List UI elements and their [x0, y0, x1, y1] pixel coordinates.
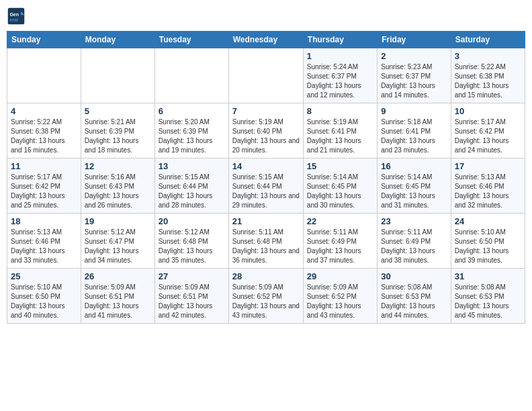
- day-cell: 13Sunrise: 5:15 AM Sunset: 6:44 PM Dayli…: [154, 158, 228, 214]
- day-info: Sunrise: 5:15 AM Sunset: 6:44 PM Dayligh…: [159, 173, 225, 210]
- day-number: 18: [11, 216, 77, 226]
- day-cell: 4Sunrise: 5:22 AM Sunset: 6:38 PM Daylig…: [7, 103, 81, 158]
- day-cell: 16Sunrise: 5:14 AM Sunset: 6:45 PM Dayli…: [378, 158, 451, 214]
- header-cell-saturday: Saturday: [451, 32, 525, 48]
- day-info: Sunrise: 5:19 AM Sunset: 6:41 PM Dayligh…: [307, 118, 373, 155]
- day-cell: [81, 48, 154, 103]
- day-info: Sunrise: 5:11 AM Sunset: 6:49 PM Dayligh…: [381, 228, 447, 265]
- day-info: Sunrise: 5:22 AM Sunset: 6:38 PM Dayligh…: [11, 118, 77, 155]
- day-info: Sunrise: 5:13 AM Sunset: 6:46 PM Dayligh…: [455, 173, 521, 210]
- day-info: Sunrise: 5:17 AM Sunset: 6:42 PM Dayligh…: [11, 173, 77, 210]
- day-number: 4: [11, 106, 77, 116]
- day-cell: 27Sunrise: 5:09 AM Sunset: 6:51 PM Dayli…: [154, 269, 228, 324]
- day-cell: 22Sunrise: 5:11 AM Sunset: 6:49 PM Dayli…: [303, 214, 377, 269]
- day-cell: 30Sunrise: 5:08 AM Sunset: 6:53 PM Dayli…: [378, 269, 451, 324]
- day-number: 26: [85, 271, 151, 281]
- day-number: 20: [159, 216, 225, 226]
- header-cell-wednesday: Wednesday: [228, 32, 303, 48]
- day-info: Sunrise: 5:20 AM Sunset: 6:39 PM Dayligh…: [159, 118, 225, 155]
- day-info: Sunrise: 5:09 AM Sunset: 6:52 PM Dayligh…: [232, 283, 300, 320]
- day-cell: 8Sunrise: 5:19 AM Sunset: 6:41 PM Daylig…: [303, 103, 377, 158]
- day-cell: [7, 48, 81, 103]
- day-info: Sunrise: 5:18 AM Sunset: 6:41 PM Dayligh…: [381, 118, 447, 155]
- day-number: 21: [232, 216, 300, 226]
- day-info: Sunrise: 5:17 AM Sunset: 6:42 PM Dayligh…: [455, 118, 521, 155]
- day-number: 31: [455, 271, 521, 281]
- day-info: Sunrise: 5:23 AM Sunset: 6:37 PM Dayligh…: [381, 62, 447, 100]
- day-cell: 6Sunrise: 5:20 AM Sunset: 6:39 PM Daylig…: [154, 103, 228, 158]
- day-number: 25: [11, 271, 77, 281]
- day-info: Sunrise: 5:22 AM Sunset: 6:38 PM Dayligh…: [455, 62, 521, 100]
- day-info: Sunrise: 5:09 AM Sunset: 6:51 PM Dayligh…: [85, 283, 151, 320]
- day-number: 2: [381, 51, 447, 61]
- day-cell: 2Sunrise: 5:23 AM Sunset: 6:37 PM Daylig…: [378, 48, 451, 103]
- day-number: 3: [455, 51, 521, 61]
- day-info: Sunrise: 5:16 AM Sunset: 6:43 PM Dayligh…: [85, 173, 151, 210]
- week-row-3: 11Sunrise: 5:17 AM Sunset: 6:42 PM Dayli…: [7, 158, 525, 214]
- day-cell: 31Sunrise: 5:08 AM Sunset: 6:53 PM Dayli…: [451, 269, 525, 324]
- calendar-table: SundayMondayTuesdayWednesdayThursdayFrid…: [7, 31, 525, 324]
- day-number: 17: [455, 161, 521, 171]
- day-number: 12: [85, 161, 151, 171]
- day-cell: 17Sunrise: 5:13 AM Sunset: 6:46 PM Dayli…: [451, 158, 525, 214]
- svg-text:eral: eral: [9, 17, 18, 22]
- day-number: 23: [381, 216, 447, 226]
- day-number: 27: [159, 271, 225, 281]
- day-cell: 24Sunrise: 5:10 AM Sunset: 6:50 PM Dayli…: [451, 214, 525, 269]
- calendar-body: 1Sunrise: 5:24 AM Sunset: 6:37 PM Daylig…: [7, 48, 525, 324]
- day-number: 10: [455, 106, 521, 116]
- header-cell-thursday: Thursday: [303, 32, 377, 48]
- day-cell: 1Sunrise: 5:24 AM Sunset: 6:37 PM Daylig…: [303, 48, 377, 103]
- day-info: Sunrise: 5:12 AM Sunset: 6:47 PM Dayligh…: [85, 228, 151, 265]
- day-cell: 19Sunrise: 5:12 AM Sunset: 6:47 PM Dayli…: [81, 214, 154, 269]
- day-cell: 21Sunrise: 5:11 AM Sunset: 6:48 PM Dayli…: [228, 214, 303, 269]
- day-info: Sunrise: 5:24 AM Sunset: 6:37 PM Dayligh…: [307, 62, 373, 100]
- day-cell: 3Sunrise: 5:22 AM Sunset: 6:38 PM Daylig…: [451, 48, 525, 103]
- day-info: Sunrise: 5:12 AM Sunset: 6:48 PM Dayligh…: [159, 228, 225, 265]
- day-info: Sunrise: 5:10 AM Sunset: 6:50 PM Dayligh…: [455, 228, 521, 265]
- day-number: 5: [85, 106, 151, 116]
- header-cell-sunday: Sunday: [7, 32, 81, 48]
- day-cell: 14Sunrise: 5:15 AM Sunset: 6:44 PM Dayli…: [228, 158, 303, 214]
- day-info: Sunrise: 5:10 AM Sunset: 6:50 PM Dayligh…: [11, 283, 77, 320]
- week-row-4: 18Sunrise: 5:13 AM Sunset: 6:46 PM Dayli…: [7, 214, 525, 269]
- header-cell-tuesday: Tuesday: [154, 32, 228, 48]
- logo-icon: Gen eral: [7, 7, 26, 26]
- week-row-5: 25Sunrise: 5:10 AM Sunset: 6:50 PM Dayli…: [7, 269, 525, 324]
- day-cell: 9Sunrise: 5:18 AM Sunset: 6:41 PM Daylig…: [378, 103, 451, 158]
- day-number: 8: [307, 106, 373, 116]
- week-row-1: 1Sunrise: 5:24 AM Sunset: 6:37 PM Daylig…: [7, 48, 525, 103]
- day-cell: 15Sunrise: 5:14 AM Sunset: 6:45 PM Dayli…: [303, 158, 377, 214]
- day-info: Sunrise: 5:08 AM Sunset: 6:53 PM Dayligh…: [381, 283, 447, 320]
- day-info: Sunrise: 5:09 AM Sunset: 6:51 PM Dayligh…: [159, 283, 225, 320]
- logo: Gen eral: [7, 7, 28, 26]
- day-cell: 20Sunrise: 5:12 AM Sunset: 6:48 PM Dayli…: [154, 214, 228, 269]
- day-number: 30: [381, 271, 447, 281]
- day-cell: 12Sunrise: 5:16 AM Sunset: 6:43 PM Dayli…: [81, 158, 154, 214]
- day-number: 19: [85, 216, 151, 226]
- day-cell: 10Sunrise: 5:17 AM Sunset: 6:42 PM Dayli…: [451, 103, 525, 158]
- day-cell: 7Sunrise: 5:19 AM Sunset: 6:40 PM Daylig…: [228, 103, 303, 158]
- day-cell: [154, 48, 228, 103]
- day-cell: 18Sunrise: 5:13 AM Sunset: 6:46 PM Dayli…: [7, 214, 81, 269]
- day-info: Sunrise: 5:14 AM Sunset: 6:45 PM Dayligh…: [381, 173, 447, 210]
- svg-text:Gen: Gen: [9, 12, 19, 17]
- day-number: 15: [307, 161, 373, 171]
- week-row-2: 4Sunrise: 5:22 AM Sunset: 6:38 PM Daylig…: [7, 103, 525, 158]
- day-number: 13: [159, 161, 225, 171]
- day-info: Sunrise: 5:21 AM Sunset: 6:39 PM Dayligh…: [85, 118, 151, 155]
- day-info: Sunrise: 5:11 AM Sunset: 6:49 PM Dayligh…: [307, 228, 373, 265]
- day-cell: 11Sunrise: 5:17 AM Sunset: 6:42 PM Dayli…: [7, 158, 81, 214]
- day-number: 24: [455, 216, 521, 226]
- day-number: 16: [381, 161, 447, 171]
- day-info: Sunrise: 5:11 AM Sunset: 6:48 PM Dayligh…: [232, 228, 300, 265]
- day-cell: 23Sunrise: 5:11 AM Sunset: 6:49 PM Dayli…: [378, 214, 451, 269]
- day-number: 6: [159, 106, 225, 116]
- day-cell: 5Sunrise: 5:21 AM Sunset: 6:39 PM Daylig…: [81, 103, 154, 158]
- header-cell-friday: Friday: [378, 32, 451, 48]
- day-cell: 25Sunrise: 5:10 AM Sunset: 6:50 PM Dayli…: [7, 269, 81, 324]
- day-info: Sunrise: 5:08 AM Sunset: 6:53 PM Dayligh…: [455, 283, 521, 320]
- day-number: 28: [232, 271, 300, 281]
- day-number: 11: [11, 161, 77, 171]
- day-number: 29: [307, 271, 373, 281]
